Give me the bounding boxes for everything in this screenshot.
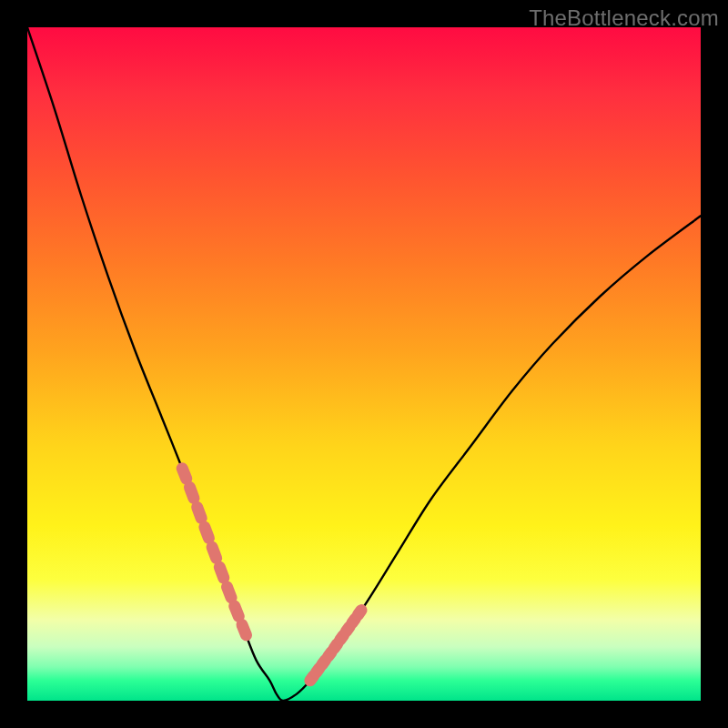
dash-piece bbox=[212, 547, 217, 558]
dash-piece bbox=[235, 606, 239, 616]
dash-piece bbox=[219, 567, 224, 578]
dash-piece bbox=[358, 611, 361, 615]
dash-piece bbox=[189, 487, 194, 498]
curve-svg bbox=[27, 27, 701, 701]
plot-area bbox=[27, 27, 701, 701]
dash-piece bbox=[205, 527, 209, 538]
chart-frame: TheBottleneck.com bbox=[0, 0, 728, 728]
dash-piece bbox=[228, 587, 232, 598]
dash-piece bbox=[197, 507, 202, 518]
bottleneck-curve-path bbox=[27, 27, 701, 701]
dash-segment-right bbox=[310, 611, 361, 681]
dash-segment-left bbox=[182, 469, 246, 635]
dash-piece bbox=[182, 469, 187, 479]
dash-piece bbox=[242, 625, 247, 635]
